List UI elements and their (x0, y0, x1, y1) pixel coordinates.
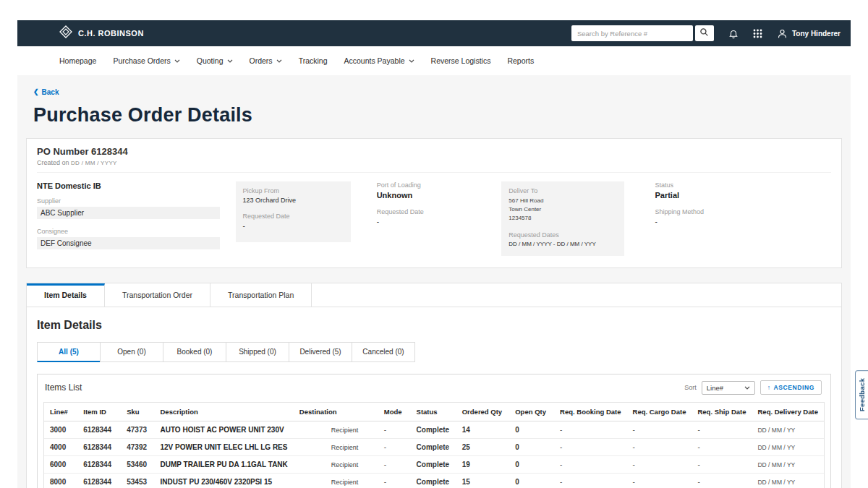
table-row[interactable]: 8000612834453453INDUST PU 230/460V 2320P… (44, 474, 824, 488)
chevron-left-icon: ❮ (33, 88, 39, 95)
table-cell: 4000 (44, 439, 77, 456)
nav-item-orders[interactable]: Orders (250, 56, 282, 65)
nav-item-homepage[interactable]: Homepage (59, 56, 96, 65)
brand[interactable]: C.H. ROBINSON (59, 25, 144, 41)
sort-select[interactable]: Line# (702, 381, 755, 395)
column-header-mode: Mode (378, 403, 411, 421)
pickup-panel: Pickup From 123 Orchard Drive Requested … (236, 181, 351, 242)
table-cell: 12V POWER UNIT ELEC LHL LG RES (155, 439, 294, 456)
shipping-method-value: - (655, 218, 783, 226)
filter-tab-delivered-5[interactable]: Delivered (5) (289, 342, 352, 362)
po-col-order: NTE Domestic IB Supplier ABC Supplier Co… (37, 181, 236, 256)
requested-dates-label: Requested Dates (509, 231, 617, 239)
po-detail-grid: NTE Domestic IB Supplier ABC Supplier Co… (37, 173, 831, 256)
column-header-req-delivery-date: Req. Delivery Date (752, 403, 824, 421)
details-tabs-card: Item DetailsTransportation OrderTranspor… (26, 283, 842, 488)
tab-transportation-order[interactable]: Transportation Order (105, 283, 210, 307)
nav-item-purchase-orders[interactable]: Purchase Orders (113, 56, 179, 65)
deliver-to-line: Town Center (509, 205, 617, 214)
status-value: Partial (655, 191, 783, 200)
filter-tab-open-0[interactable]: Open (0) (100, 342, 163, 362)
supplier-value: ABC Supplier (37, 207, 220, 219)
table-cell: DD / MM / YY (752, 474, 824, 488)
table-cell: DD / MM / YY (752, 456, 824, 474)
filter-tab-shipped-0[interactable]: Shipped (0) (226, 342, 289, 362)
search-icon (699, 27, 709, 39)
table-cell: 0 (509, 474, 554, 488)
tab-panel-item-details: Item Details All (5)Open (0)Booked (0)Sh… (27, 307, 841, 488)
chevron-down-icon (744, 386, 750, 390)
table-cell: - (692, 474, 752, 488)
table-cell: - (627, 421, 692, 439)
port-of-loading-label: Port of Loading (377, 181, 502, 189)
table-cell: - (627, 474, 692, 488)
nav-item-label: Reports (507, 56, 534, 65)
nav-item-label: Orders (250, 56, 273, 65)
table-cell: 6128344 (77, 439, 121, 456)
table-row[interactable]: 3000612834447373AUTO HOIST AC POWER UNIT… (44, 421, 824, 439)
brand-logo-icon (59, 25, 72, 41)
apps-grid-icon[interactable] (753, 29, 762, 38)
table-cell: 8000 (44, 474, 77, 488)
page-title: Purchase Order Details (33, 104, 851, 127)
table-cell: - (692, 421, 752, 439)
filter-tab-canceled-0[interactable]: Canceled (0) (352, 342, 415, 362)
po-number: PO Number 6128344 (37, 146, 831, 157)
column-header-req-cargo-date: Req. Cargo Date (627, 403, 692, 421)
notifications-bell-icon[interactable] (728, 28, 739, 39)
table-cell: 3000 (44, 421, 77, 439)
table-cell: INDUST PU 230/460V 2320PSI 15 (155, 474, 294, 488)
nav-item-reports[interactable]: Reports (507, 56, 534, 65)
po-summary-card: PO Number 6128344 Created on DD / MM / Y… (26, 138, 842, 268)
section-title: Item Details (37, 319, 831, 332)
search-button[interactable] (695, 25, 714, 41)
column-header-open-qty: Open Qty (509, 403, 554, 421)
deliver-to-address: 567 Hill RoadTown Center1234578 (509, 197, 617, 223)
table-cell: 25 (456, 439, 510, 456)
po-created: Created on DD / MM / YYYY (37, 159, 831, 166)
chevron-down-icon (174, 59, 180, 63)
column-header-req-booking-date: Req. Booking Date (554, 403, 626, 421)
filter-tab-all-5[interactable]: All (5) (37, 342, 101, 362)
sort-direction-button[interactable]: ↑ ASCENDING (760, 380, 822, 395)
table-cell: AUTO HOIST AC POWER UNIT 230V (155, 421, 294, 439)
table-cell: 0 (509, 456, 554, 474)
filter-tabs: All (5)Open (0)Booked (0)Shipped (0)Deli… (37, 342, 831, 362)
arrow-up-icon: ↑ (767, 384, 771, 391)
column-header-line: Line# (44, 403, 77, 421)
table-cell: 0 (509, 421, 554, 439)
table-cell: - (627, 456, 692, 474)
table-cell: 6000 (44, 456, 77, 474)
sort-label: Sort (684, 384, 697, 391)
table-cell: Recipient (294, 421, 378, 439)
main-tabs: Item DetailsTransportation OrderTranspor… (27, 283, 841, 307)
nav-item-quoting[interactable]: Quoting (197, 56, 233, 65)
table-row[interactable]: 400061283444739212V POWER UNIT ELEC LHL … (44, 439, 824, 456)
po-col-port: Port of Loading Unknown Requested Date - (367, 181, 502, 256)
search-input[interactable] (571, 25, 693, 41)
requested-dates-value: DD / MM / YYYY - DD / MM / YYY (509, 241, 617, 247)
po-col-pickup: Pickup From 123 Orchard Drive Requested … (236, 181, 367, 256)
port-requested-date-value: - (377, 218, 502, 226)
pickup-requested-date-label: Requested Date (243, 213, 344, 220)
back-link[interactable]: ❮Back (33, 88, 59, 96)
top-header: C.H. ROBINSON Tony Hinde (17, 20, 851, 46)
nav-item-reverse-logistics[interactable]: Reverse Logistics (431, 56, 491, 65)
tab-item-details[interactable]: Item Details (27, 283, 105, 307)
nav-item-accounts-payable[interactable]: Accounts Payable (344, 56, 414, 65)
filter-tab-booked-0[interactable]: Booked (0) (163, 342, 226, 362)
chevron-down-icon (276, 59, 282, 63)
table-cell: Recipient (294, 474, 378, 488)
port-of-loading-value: Unknown (377, 191, 502, 200)
table-cell: - (554, 421, 626, 439)
table-cell: 53453 (121, 474, 154, 488)
items-table: Line#Item IDSkuDescriptionDestinationMod… (44, 403, 824, 488)
nav-item-tracking[interactable]: Tracking (299, 56, 328, 65)
user-menu[interactable]: Tony Hinderer (777, 28, 841, 39)
table-row[interactable]: 6000612834453460DUMP TRAILER PU DA 1.1GA… (44, 456, 824, 474)
feedback-button[interactable]: Feedback (855, 370, 868, 419)
table-cell: - (692, 439, 752, 456)
tab-transportation-plan[interactable]: Transportation Plan (210, 283, 312, 307)
items-table-wrap: Line#Item IDSkuDescriptionDestinationMod… (43, 402, 825, 488)
app-shell: C.H. ROBINSON Tony Hinde (17, 20, 851, 488)
